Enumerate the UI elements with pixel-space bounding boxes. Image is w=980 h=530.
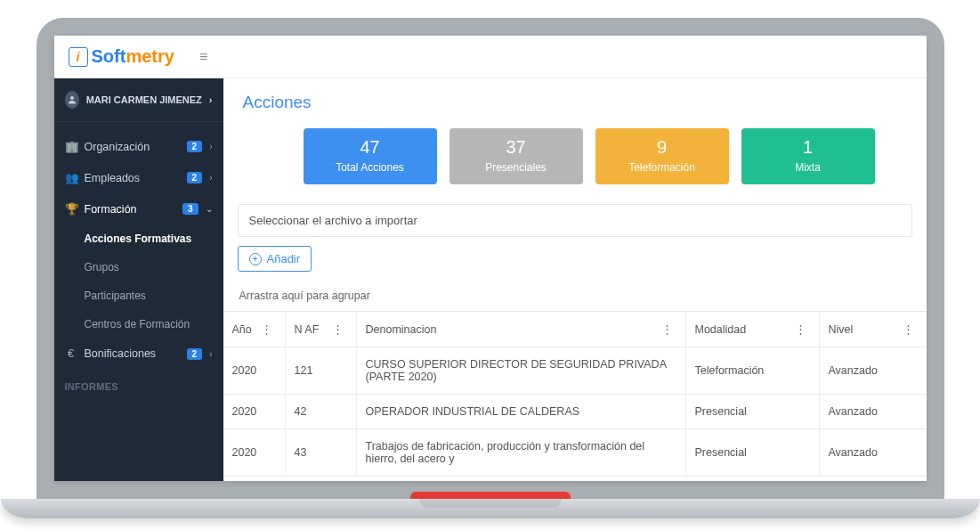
chevron-right-icon: › — [209, 142, 212, 151]
euro-icon: € — [65, 347, 77, 360]
cell-denominacion: CURSO SUPERIOR DIRECTOR DE SEGURIDAD PRI… — [357, 347, 686, 394]
topbar: i Softmetry ≡ — [54, 36, 927, 78]
column-menu-icon[interactable]: ⋮ — [658, 322, 676, 336]
column-menu-icon[interactable]: ⋮ — [791, 322, 810, 336]
building-icon: 🏢 — [65, 140, 77, 153]
col-header-naf[interactable]: N AF ⋮ — [286, 312, 357, 347]
cell-denominacion: Trabajos de fabricación, producción y tr… — [357, 429, 686, 476]
cell-naf: 42 — [286, 395, 357, 428]
sidebar-sub-grupos[interactable]: Grupos — [54, 253, 223, 281]
cell-naf: 121 — [286, 347, 357, 394]
cell-denominacion: OPERADOR INDUSTRIAL DE CALDERAS — [357, 395, 686, 428]
stat-card-total[interactable]: 47 Total Acciones — [304, 128, 437, 184]
stat-value: 47 — [311, 137, 430, 158]
logo-text-metry: metry — [126, 46, 174, 66]
cell-year: 2020 — [223, 395, 286, 428]
table-row[interactable]: 2020 42 OPERADOR INDUSTRIAL DE CALDERAS … — [223, 395, 927, 429]
stat-value: 1 — [749, 137, 868, 158]
laptop-base — [1, 499, 980, 518]
stat-value: 37 — [457, 137, 576, 158]
app-window: i Softmetry ≡ MARI CARMEN JIMENEZ › — [54, 36, 927, 481]
chevron-down-icon: ⌄ — [206, 204, 213, 214]
sidebar-sub-acciones-formativas[interactable]: Acciones Formativas — [54, 224, 223, 253]
sidebar: MARI CARMEN JIMENEZ › 🏢 Organización 2 ›… — [54, 78, 223, 481]
sidebar-item-empleados[interactable]: 👥 Empleados 2 › — [54, 162, 223, 193]
stat-label: Presenciales — [457, 161, 576, 174]
sidebar-sub-centros[interactable]: Centros de Formación — [54, 310, 223, 338]
user-profile[interactable]: MARI CARMEN JIMENEZ › — [54, 78, 223, 122]
cell-nivel: Avanzado — [820, 395, 927, 428]
stat-label: Teleformación — [603, 161, 722, 174]
column-menu-icon[interactable]: ⋮ — [899, 322, 918, 336]
chevron-right-icon: › — [209, 94, 213, 105]
stat-label: Total Acciones — [311, 161, 430, 174]
sidebar-item-bonificaciones[interactable]: € Bonificaciones 2 › — [54, 338, 223, 369]
file-import-input[interactable]: Seleccionar el archivo a importar — [238, 204, 912, 237]
avatar-icon — [65, 91, 79, 109]
col-header-year[interactable]: Año ⋮ — [223, 312, 286, 347]
sidebar-sub-participantes[interactable]: Participantes — [54, 281, 223, 310]
add-button[interactable]: + Añadir — [238, 246, 312, 272]
sidebar-item-label: Empleados — [85, 172, 180, 184]
table-header-row: Año ⋮ N AF ⋮ Denominacion ⋮ — [223, 312, 927, 347]
data-table: Año ⋮ N AF ⋮ Denominacion ⋮ — [223, 311, 927, 477]
add-button-label: Añadir — [267, 252, 301, 265]
people-icon: 👥 — [65, 171, 77, 184]
page-title: Acciones — [223, 78, 927, 121]
badge: 2 — [187, 172, 203, 183]
badge: 2 — [187, 141, 203, 152]
badge: 3 — [182, 203, 198, 215]
col-header-nivel[interactable]: Nivel ⋮ — [820, 312, 927, 347]
badge: 2 — [187, 348, 203, 360]
sidebar-section-informes: INFORMES — [54, 369, 223, 397]
main-content: Acciones 47 Total Acciones 37 Presencial… — [223, 78, 927, 481]
logo[interactable]: i Softmetry — [69, 46, 174, 67]
cell-nivel: Avanzado — [820, 347, 927, 394]
chevron-right-icon: › — [209, 349, 212, 359]
stat-value: 9 — [603, 137, 722, 158]
cell-naf: 43 — [286, 429, 357, 476]
cell-modalidad: Presencial — [686, 429, 820, 476]
sidebar-item-label: Bonificaciones — [85, 347, 180, 360]
stat-card-mixta[interactable]: 1 Mixta — [741, 128, 875, 184]
cell-modalidad: Teleformación — [686, 347, 820, 394]
cell-year: 2020 — [223, 347, 286, 394]
column-menu-icon[interactable]: ⋮ — [328, 322, 347, 336]
col-header-denominacion[interactable]: Denominacion ⋮ — [357, 312, 686, 347]
stat-card-teleformacion[interactable]: 9 Teleformación — [595, 128, 729, 184]
table-row[interactable]: 2020 43 Trabajos de fabricación, producc… — [223, 429, 927, 477]
svg-point-0 — [70, 96, 74, 100]
cell-modalidad: Presencial — [686, 395, 820, 428]
cell-year: 2020 — [223, 429, 286, 476]
group-drop-hint[interactable]: Arrastra aquí para agrupar — [223, 281, 927, 311]
plus-circle-icon: + — [249, 253, 262, 265]
trophy-icon: 🏆 — [65, 202, 77, 216]
logo-text: Softmetry — [92, 46, 174, 67]
column-menu-icon[interactable]: ⋮ — [257, 322, 276, 336]
table-row[interactable]: 2020 121 CURSO SUPERIOR DIRECTOR DE SEGU… — [223, 347, 927, 395]
col-header-modalidad[interactable]: Modalidad ⋮ — [686, 312, 820, 347]
sidebar-item-organizacion[interactable]: 🏢 Organización 2 › — [54, 131, 223, 162]
cell-nivel: Avanzado — [820, 429, 927, 476]
user-name: MARI CARMEN JIMENEZ — [86, 94, 202, 105]
stat-label: Mixta — [749, 161, 868, 174]
menu-toggle-icon[interactable]: ≡ — [199, 49, 207, 65]
stat-card-presenciales[interactable]: 37 Presenciales — [450, 128, 583, 184]
sidebar-item-formacion[interactable]: 🏆 Formación 3 ⌄ — [54, 193, 223, 224]
sidebar-item-label: Formación — [85, 203, 175, 216]
logo-text-soft: Soft — [92, 46, 126, 66]
sidebar-item-label: Organización — [85, 141, 180, 153]
logo-icon: i — [69, 47, 88, 67]
stats-row: 47 Total Acciones 37 Presenciales 9 Tele… — [223, 121, 927, 200]
chevron-right-icon: › — [209, 173, 212, 183]
